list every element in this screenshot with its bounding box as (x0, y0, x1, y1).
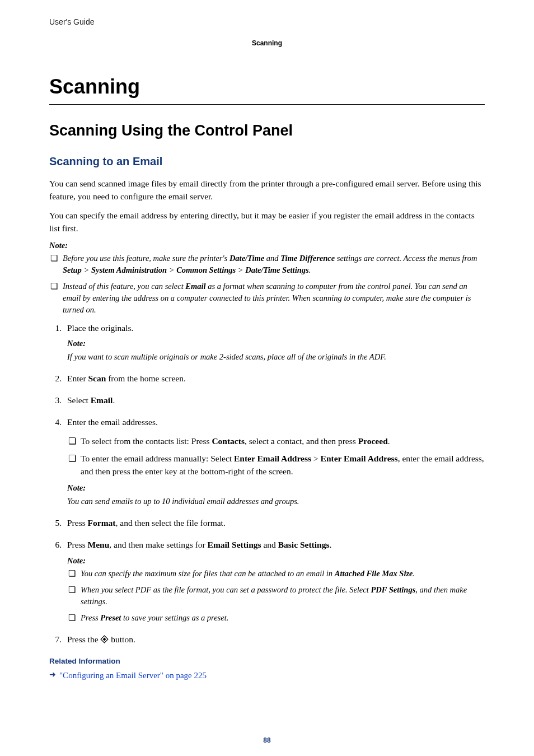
note-label: Note: (67, 555, 485, 567)
note-item: Before you use this feature, make sure t… (49, 253, 485, 276)
bold: Date/Time Settings (245, 265, 308, 274)
step-6-note-list: You can specify the maximum size for fil… (67, 568, 485, 624)
bold: Enter Email Address (234, 454, 311, 463)
note-item: You can specify the maximum size for fil… (67, 568, 485, 580)
note-label: Note: (67, 338, 485, 350)
bold: Enter Email Address (321, 454, 398, 463)
related-info-list: "Configuring an Email Server" on page 22… (49, 670, 485, 681)
bold: Attached File Max Size (335, 569, 413, 578)
note-item: Press Preset to save your settings as a … (67, 612, 485, 624)
step-6: Press Menu, and then make settings for E… (64, 538, 485, 624)
bold: Contacts (212, 436, 245, 446)
note-text: > (167, 265, 176, 274)
step-text: Enter the email addresses. (67, 417, 158, 427)
step-text: , and then select the file format. (116, 518, 226, 528)
step-3: Select Email. (64, 394, 485, 407)
page: User's Guide Scanning Scanning Scanning … (0, 0, 534, 756)
step-7: Press the button. (64, 633, 485, 647)
step-text: Enter (67, 374, 88, 383)
section-heading: Scanning Using the Control Panel (49, 120, 485, 141)
step-2: Enter Scan from the home screen. (64, 372, 485, 385)
note-text: . (309, 265, 311, 274)
bold: Setup (63, 265, 82, 274)
step-text: Press (67, 518, 88, 528)
note-text: > (236, 265, 245, 274)
note-list-1: Before you use this feature, make sure t… (49, 253, 485, 316)
note-text: settings are correct. Access the menus f… (335, 254, 477, 263)
chapter-heading: Scanning (49, 73, 485, 105)
bold: Email Settings (208, 540, 261, 549)
list-item: To select from the contacts list: Press … (67, 435, 485, 447)
note-text: Before you use this feature, make sure t… (63, 254, 229, 263)
bold: Email (185, 282, 205, 291)
bold: PDF Settings (371, 585, 415, 594)
page-number: 88 (0, 736, 534, 745)
step-note: If you want to scan multiple originals o… (67, 351, 485, 363)
step-text: Press the (67, 634, 100, 644)
note-item: When you select PDF as the file format, … (67, 584, 485, 608)
text: > (311, 454, 321, 463)
step-text: Press (67, 540, 88, 549)
text: . (413, 569, 415, 578)
step-1: Place the originals. Note: If you want t… (64, 321, 485, 363)
step-text: . (113, 395, 115, 405)
text: , select a contact, and then press (245, 436, 358, 446)
intro-paragraph-2: You can specify the email address by ent… (49, 209, 485, 235)
bold: Time Difference (280, 254, 335, 263)
bold: Basic Settings (278, 540, 330, 549)
intro-paragraph-1: You can send scanned image files by emai… (49, 177, 485, 203)
step-4-sublist: To select from the contacts list: Press … (67, 435, 485, 478)
note-text: and (264, 254, 280, 263)
note-text: > (82, 265, 91, 274)
list-item: To enter the email address manually: Sel… (67, 452, 485, 478)
bold: Scan (88, 374, 106, 383)
related-link-item[interactable]: "Configuring an Email Server" on page 22… (49, 670, 485, 681)
step-text: . (329, 540, 331, 549)
note-item: Instead of this feature, you can select … (49, 281, 485, 316)
bold: Preset (100, 613, 121, 622)
related-link[interactable]: "Configuring an Email Server" on page 22… (59, 671, 207, 680)
subsection-heading: Scanning to an Email (49, 154, 485, 169)
start-diamond-icon (100, 634, 109, 647)
doc-title: User's Guide (49, 17, 485, 27)
bold: Common Settings (176, 265, 236, 274)
step-4: Enter the email addresses. To select fro… (64, 416, 485, 507)
text: Press (81, 613, 100, 622)
steps-list: Place the originals. Note: If you want t… (49, 321, 485, 647)
text: . (388, 436, 390, 446)
step-text: from the home screen. (106, 374, 185, 383)
text: When you select PDF as the file format, … (81, 585, 371, 594)
header-section: Scanning (49, 39, 485, 48)
bold: System Administration (91, 265, 167, 274)
note-text: Instead of this feature, you can select (63, 282, 185, 291)
step-text: Select (67, 395, 91, 405)
step-text: Place the originals. (67, 323, 133, 333)
step-5: Press Format, and then select the file f… (64, 516, 485, 529)
note-label: Note: (67, 482, 485, 494)
step-note: You can send emails to up to 10 individu… (67, 496, 485, 507)
text: to save your settings as a preset. (121, 613, 228, 622)
bold: Format (88, 518, 116, 528)
step-text: and (261, 540, 278, 549)
text: To select from the contacts list: Press (81, 436, 212, 446)
svg-rect-1 (103, 638, 106, 641)
bold: Email (91, 395, 113, 405)
bold: Menu (88, 540, 110, 549)
step-text: , and then make settings for (109, 540, 207, 549)
note-label: Note: (49, 240, 485, 251)
related-info-heading: Related Information (49, 656, 485, 666)
text: To enter the email address manually: Sel… (81, 454, 234, 463)
bold: Proceed (358, 436, 388, 446)
bold: Date/Time (229, 254, 264, 263)
step-text: button. (109, 634, 135, 644)
text: You can specify the maximum size for fil… (81, 569, 335, 578)
